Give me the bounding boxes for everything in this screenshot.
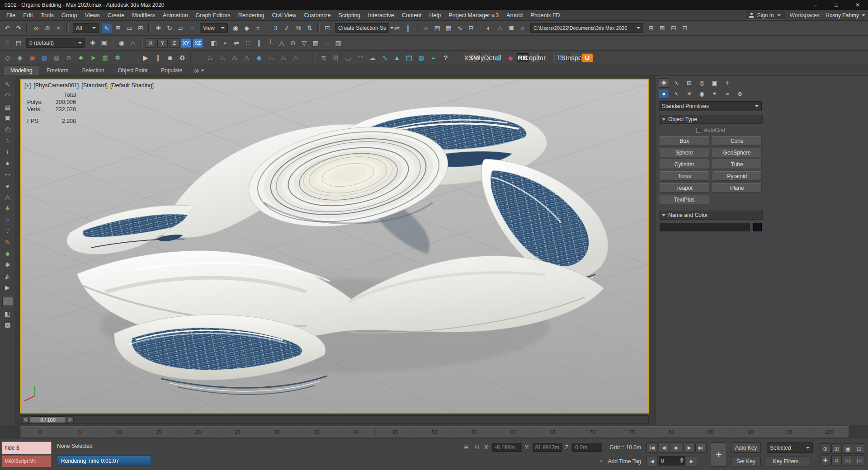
undo-icon[interactable]: ↶	[2, 23, 13, 33]
mirror-icon[interactable]: ⇌	[392, 23, 402, 33]
normal-align-icon[interactable]: ┴	[265, 38, 276, 48]
object-type-button[interactable]: Sphere	[660, 148, 709, 157]
axis-constraint-z[interactable]: Z	[169, 38, 179, 48]
previous-frame-button[interactable]: ◀|	[659, 442, 670, 453]
phoenix-fire-icon-2[interactable]: ♨	[217, 52, 228, 63]
systems-category-icon[interactable]: ⊛	[735, 89, 745, 99]
maximize-button[interactable]: □	[826, 2, 847, 8]
plugin-mesh-icon[interactable]: ◈	[14, 52, 26, 63]
zoom-region-icon[interactable]: ⊡	[854, 443, 864, 454]
wave-icon[interactable]: ∿	[379, 52, 391, 63]
render-setup-icon[interactable]: ♨	[495, 23, 505, 33]
select-and-rotate-icon[interactable]: ↻	[164, 23, 175, 33]
zoom-icon[interactable]: ⊕	[820, 443, 830, 454]
rectangular-selection-region-icon[interactable]: ▭	[124, 23, 135, 33]
mirror-tool-icon[interactable]: ⇌	[231, 38, 242, 48]
freeze-snowflake-icon[interactable]: ❄	[112, 52, 123, 63]
transform-gizmo-icon[interactable]: ⊞	[462, 443, 472, 452]
object-color-swatch[interactable]	[753, 223, 762, 231]
paint-tool-icon[interactable]: ✎	[2, 237, 14, 248]
select-and-manipulate-icon[interactable]: ◆	[241, 23, 252, 33]
plugin-face-icon[interactable]: ☺	[63, 52, 75, 63]
x-coordinate-field[interactable]: -8.198m	[492, 443, 522, 452]
modify-tab-icon[interactable]: ∿	[671, 78, 682, 88]
phoenix-fire-icon-4[interactable]: ♨	[241, 52, 253, 63]
sign-in-button[interactable]: Sign In	[745, 11, 785, 20]
plugin-drop-icon[interactable]: ◍	[38, 52, 50, 63]
phoenix-fire-icon-3[interactable]: ♨	[229, 52, 241, 63]
frame-spinner[interactable]	[680, 457, 684, 463]
select-cursor-icon[interactable]: ↖	[2, 79, 14, 89]
orbit-icon[interactable]: ↺	[831, 455, 842, 465]
help-icon[interactable]: ?	[440, 52, 452, 63]
zoom-all-icon[interactable]: ⊞	[831, 443, 842, 454]
layer-manager-icon[interactable]: ▤	[13, 38, 24, 48]
axis-constraint-x[interactable]: X	[146, 38, 156, 48]
polydetail-button[interactable]: PolyDetail	[480, 53, 492, 62]
hw-sphere-icon[interactable]: ◉	[492, 52, 504, 63]
utilities-tab-icon[interactable]: ✛	[722, 78, 732, 88]
copitor-button[interactable]: Copitor	[529, 53, 541, 62]
object-type-button[interactable]: Tube	[712, 160, 762, 169]
schematic-view-icon[interactable]: ⊟	[466, 23, 476, 33]
viewport-shading-menu[interactable]: [Default Shading]	[110, 82, 154, 89]
menu-item[interactable]: Create	[104, 11, 128, 20]
snap-use-axis-constraints-icon[interactable]: ⌖	[220, 38, 231, 48]
select-and-link-icon[interactable]: ∞	[31, 23, 42, 33]
water-icon[interactable]: ≈	[428, 52, 439, 63]
tab-freeform[interactable]: Freeform	[40, 66, 75, 75]
open-folder-icon[interactable]: ⊞	[646, 23, 656, 33]
go-to-end-button[interactable]: ▶|	[695, 442, 707, 453]
plugin-ring-icon[interactable]: ◎	[51, 52, 62, 63]
viewport-layout-thumbnail[interactable]	[2, 297, 13, 306]
keyboard-shortcut-override-icon[interactable]: ⌗	[253, 23, 264, 33]
array-icon[interactable]: ∷	[242, 38, 253, 48]
mountain-icon[interactable]: ▲	[391, 52, 403, 63]
blob-tool-icon[interactable]: ◕	[2, 180, 14, 191]
material-editor-icon[interactable]: ◐	[483, 23, 494, 33]
create-key-button[interactable]: +	[711, 442, 727, 467]
menu-item[interactable]: Project Manager v.3	[445, 11, 502, 20]
reference-coordinate-dropdown[interactable]: View	[200, 23, 228, 33]
object-name-input[interactable]	[660, 223, 750, 231]
toggle-scene-explorer-icon[interactable]: ≡	[420, 23, 431, 33]
bowl-icon[interactable]: ◡	[342, 52, 354, 63]
tab-selection[interactable]: Selection	[75, 66, 110, 75]
absolute-mode-icon[interactable]: ⊡	[472, 443, 482, 452]
window-crossing-icon[interactable]: ⊞	[135, 23, 146, 33]
menu-item[interactable]: File	[3, 11, 19, 20]
rendered-frame-window-icon[interactable]: ▣	[506, 23, 517, 33]
autogrid-checkbox[interactable]	[696, 128, 701, 133]
current-frame-field[interactable]: 0	[659, 456, 685, 465]
toolbox-icon[interactable]: ⊞	[330, 52, 342, 63]
object-type-button[interactable]: TextPlus	[660, 195, 709, 204]
brush-tool-icon[interactable]: ◭	[2, 271, 14, 282]
previous-frame-step-button[interactable]: <	[22, 416, 29, 423]
walkthrough-icon[interactable]: ◲	[854, 455, 864, 465]
motion-tab-icon[interactable]: ◎	[697, 78, 707, 88]
cameras-category-icon[interactable]: ◉	[697, 89, 707, 99]
phoenix-fire-icon-5[interactable]: ♨	[265, 52, 277, 63]
geometry-category-icon[interactable]: ●	[659, 89, 669, 99]
save-project-icon[interactable]: ⊠	[657, 23, 668, 33]
use-pivot-center-icon[interactable]: ◉	[230, 23, 241, 33]
bind-to-space-warp-icon[interactable]: ≈	[53, 23, 64, 33]
toggle-ribbon-icon[interactable]: ▦	[443, 23, 454, 33]
phoenix-liquid-icon[interactable]: ◆	[253, 52, 265, 63]
go-to-start-button[interactable]: |◀	[646, 442, 658, 453]
maxscript-mini-listener[interactable]: hide $ MAXScript Mi:	[2, 442, 52, 467]
name-and-color-rollout-header[interactable]: Name and Color	[659, 211, 763, 220]
align-icon[interactable]: ∥	[403, 23, 414, 33]
leaf-tool-icon[interactable]: ♣	[2, 248, 14, 259]
axis-constraint-xz[interactable]: XZ	[193, 38, 203, 48]
link-info-icon[interactable]: ⌂	[127, 38, 138, 48]
primitives-dropdown[interactable]: Standard Primitives	[659, 101, 762, 111]
object-type-rollout-header[interactable]: Object Type	[659, 115, 763, 124]
auto-key-button[interactable]: Auto Key	[731, 442, 761, 453]
plugin-sphere-icon[interactable]: ◉	[26, 52, 38, 63]
object-type-button[interactable]: Plane	[712, 183, 762, 193]
y-coordinate-field[interactable]: 81.9843m	[533, 443, 562, 452]
zoom-extents-icon[interactable]: ▣	[843, 443, 853, 454]
key-set-dropdown[interactable]: Selected	[767, 442, 813, 453]
spray-tool-icon[interactable]: ∴	[2, 135, 14, 146]
